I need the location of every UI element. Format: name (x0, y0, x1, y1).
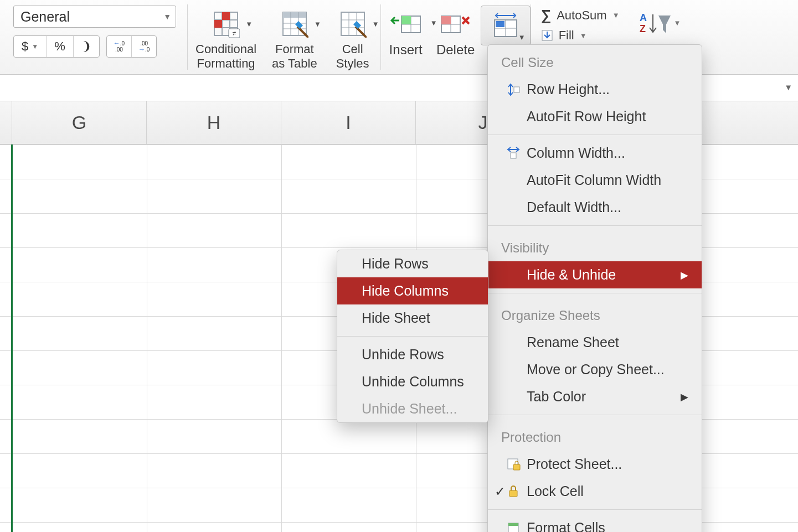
hide-columns-item[interactable]: Hide Columns (337, 277, 488, 304)
svg-rect-38 (513, 464, 520, 470)
lock-cell-item[interactable]: ✓ Lock Cell (488, 478, 702, 505)
column-width-icon (504, 146, 522, 161)
column-header[interactable]: G (12, 101, 147, 144)
hide-unhide-submenu: Hide Rows Hide Columns Hide Sheet Unhide… (337, 250, 488, 423)
accounting-format-button[interactable]: $ ▼ (14, 36, 46, 57)
format-dropdown-menu: Cell Size Row Height... AutoFit Row Heig… (487, 44, 702, 532)
svg-rect-27 (441, 16, 451, 24)
submenu-arrow-icon: ▶ (681, 269, 688, 281)
decrease-decimal-button[interactable]: .00→.0 (131, 36, 156, 57)
number-format-combo[interactable]: General ▼ (13, 6, 176, 28)
delete-cells-icon (439, 12, 472, 34)
expand-formula-bar-icon[interactable]: ▼ (784, 82, 792, 92)
svg-rect-36 (511, 153, 516, 158)
chevron-down-icon: ▼ (518, 33, 526, 42)
submenu-arrow-icon: ▶ (681, 391, 688, 403)
chevron-down-icon: ▼ (163, 12, 171, 21)
row-height-item[interactable]: Row Height... (488, 76, 702, 103)
fill-button[interactable]: Fill ▼ (541, 28, 620, 43)
conditional-formatting-icon: ≠ (212, 10, 240, 38)
svg-rect-5 (222, 12, 230, 20)
format-cells-item[interactable]: Format Cells (488, 514, 702, 532)
svg-text:≠: ≠ (233, 29, 236, 37)
svg-rect-41 (508, 523, 518, 526)
percent-format-button[interactable]: % (46, 36, 73, 57)
chevron-down-icon: ▼ (612, 11, 620, 19)
editing-group: ∑ AutoSum ▼ Fill ▼ (531, 0, 620, 43)
column-header[interactable]: H (147, 101, 281, 144)
svg-text:A: A (640, 12, 647, 23)
autofit-column-width-item[interactable]: AutoFit Column Width (488, 167, 702, 194)
insert-cells-button[interactable]: ▼ Insert (381, 0, 431, 58)
svg-rect-23 (401, 16, 411, 24)
chevron-down-icon: ▼ (245, 20, 253, 28)
column-width-item[interactable]: Column Width... (488, 140, 702, 167)
conditional-formatting-button[interactable]: ≠ ▼ ConditionalFormatting (195, 3, 256, 71)
hide-unhide-item[interactable]: Hide & Unhide ▶ (488, 261, 702, 288)
autofit-row-height-item[interactable]: AutoFit Row Height (488, 103, 702, 130)
decimal-box: ←.0.00 .00→.0 (106, 35, 157, 58)
lock-icon (504, 485, 522, 498)
chevron-down-icon: ▼ (674, 19, 681, 27)
tab-color-item[interactable]: Tab Color ▶ (488, 383, 702, 410)
insert-cells-icon (389, 12, 423, 34)
unhide-columns-item[interactable]: Unhide Columns (337, 368, 488, 395)
fill-down-icon (541, 29, 553, 42)
format-as-table-button[interactable]: ▼ Formatas Table (272, 3, 317, 71)
sort-filter-icon[interactable]: A Z (636, 11, 672, 37)
format-menu-button[interactable]: ▼ (481, 6, 531, 45)
row-height-icon (504, 82, 522, 97)
menu-section-header: Protection (488, 420, 702, 451)
comma-format-button[interactable]: ❩ (73, 36, 99, 57)
chevron-down-icon: ▼ (32, 43, 38, 50)
rename-sheet-item[interactable]: Rename Sheet (488, 329, 702, 356)
delete-cells-button[interactable]: ▼ Delete (431, 0, 481, 58)
currency-percent-box: $ ▼ % ❩ (13, 35, 100, 58)
unhide-rows-item[interactable]: Unhide Rows (337, 341, 488, 368)
menu-section-header: Organize Sheets (488, 298, 702, 329)
autosum-button[interactable]: ∑ AutoSum ▼ (541, 7, 620, 24)
number-format-group: General ▼ $ ▼ % ❩ ←.0.00 (0, 0, 187, 58)
protect-sheet-icon (504, 457, 522, 472)
menu-section-header: Visibility (488, 230, 702, 261)
cell-styles-icon (339, 10, 367, 38)
svg-rect-39 (509, 490, 517, 497)
hide-sheet-item[interactable]: Hide Sheet (337, 304, 488, 332)
chevron-down-icon: ▼ (580, 32, 587, 40)
format-as-table-icon (281, 10, 308, 38)
selection-indicator (11, 144, 13, 532)
increase-decimal-button[interactable]: ←.0.00 (107, 36, 131, 57)
chevron-down-icon: ▼ (372, 20, 379, 28)
cell-styles-button[interactable]: ▼ CellStyles (333, 3, 373, 71)
svg-rect-35 (514, 87, 519, 92)
move-copy-sheet-item[interactable]: Move or Copy Sheet... (488, 356, 702, 383)
check-icon: ✓ (495, 484, 506, 499)
menu-section-header: Cell Size (488, 45, 702, 76)
column-header[interactable]: I (281, 101, 416, 144)
svg-text:Z: Z (640, 23, 646, 34)
format-cells-icon (491, 11, 520, 40)
unhide-sheet-item: Unhide Sheet... (337, 395, 488, 422)
format-cells-dialog-icon (504, 521, 522, 533)
chevron-down-icon: ▼ (314, 20, 321, 28)
number-format-value: General (20, 9, 70, 25)
svg-rect-6 (214, 20, 222, 28)
sigma-icon: ∑ (541, 7, 552, 24)
hide-rows-item[interactable]: Hide Rows (337, 250, 488, 277)
svg-rect-10 (283, 12, 306, 18)
svg-rect-31 (496, 21, 504, 27)
default-width-item[interactable]: Default Width... (488, 194, 702, 221)
protect-sheet-item[interactable]: Protect Sheet... (488, 451, 702, 478)
